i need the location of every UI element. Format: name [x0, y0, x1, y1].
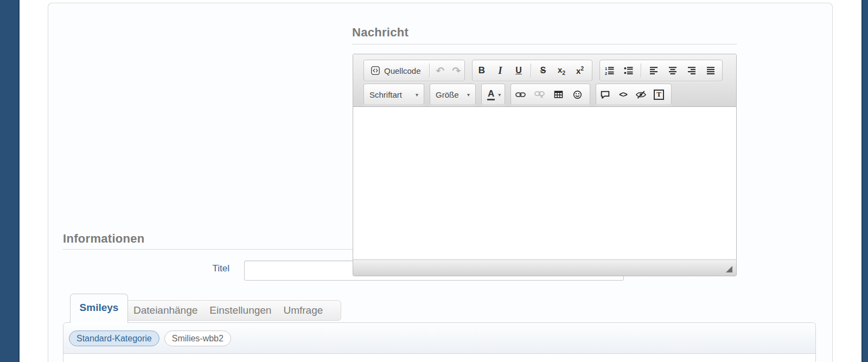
smileys-tab-panel: Standard-Kategorie Smilies-wbb2	[63, 322, 816, 362]
underline-icon: U	[515, 66, 522, 75]
justify-button[interactable]	[701, 60, 720, 81]
tt-icon: T	[654, 90, 664, 100]
unordered-list-icon	[624, 66, 633, 75]
main-panel: Nachricht Informationen Titel	[48, 3, 833, 362]
unlink-icon	[534, 91, 545, 98]
bold-button[interactable]: B	[473, 60, 491, 81]
unordered-list-button[interactable]	[619, 60, 638, 81]
italic-button[interactable]: I	[491, 60, 509, 81]
italic-icon: I	[498, 65, 502, 77]
table-button[interactable]	[549, 84, 568, 105]
code-button[interactable]: <>	[614, 84, 632, 105]
message-editor: Quellcode ↶ ↷ B	[353, 54, 737, 276]
spoiler-button[interactable]	[632, 84, 650, 105]
message-heading-divider	[352, 44, 737, 45]
smiley-button[interactable]	[568, 84, 587, 105]
toolbar-separator	[531, 63, 531, 78]
source-code-label: Quellcode	[384, 66, 421, 75]
source-code-button[interactable]: Quellcode	[364, 60, 426, 81]
tab-umfrage[interactable]: Umfrage	[283, 304, 323, 316]
toolbar-group-bbcode: <> T	[596, 84, 672, 105]
text-color-icon: A	[487, 89, 495, 100]
chevron-down-icon: ▾	[498, 92, 501, 98]
ordered-list-icon: 1 2	[605, 66, 614, 75]
tt-button[interactable]: T	[650, 84, 668, 105]
align-center-icon	[668, 66, 677, 75]
justify-icon	[706, 66, 715, 75]
chevron-down-icon: ▾	[467, 92, 470, 98]
toolbar-group-basicstyles: B I U S x2	[472, 60, 592, 81]
tab-dateianhaenge[interactable]: Dateianhänge	[133, 304, 197, 316]
link-icon	[515, 91, 526, 98]
quote-bubble-icon	[600, 90, 610, 99]
subscript-icon: x2	[558, 65, 565, 76]
left-blue-bar	[0, 0, 20, 362]
align-right-icon	[687, 66, 696, 75]
toolbar-separator	[641, 63, 641, 78]
link-button[interactable]	[511, 84, 530, 105]
toolbar-separator	[429, 63, 430, 78]
screen: Nachricht Informationen Titel	[0, 0, 868, 362]
text-color-button[interactable]: A ▾	[481, 84, 505, 105]
message-section-heading: Nachricht	[352, 26, 409, 40]
superscript-icon: x2	[576, 66, 584, 75]
redo-button[interactable]: ↷	[448, 60, 464, 81]
table-icon	[554, 90, 563, 99]
editor-bottom-bar	[353, 259, 736, 276]
code-icon: <>	[619, 90, 627, 99]
font-family-dropdown[interactable]: Schriftart ▾	[363, 84, 424, 105]
ordered-list-button[interactable]: 1 2	[600, 60, 619, 81]
smiley-category-wbb2[interactable]: Smilies-wbb2	[164, 331, 231, 346]
chevron-down-icon: ▾	[416, 92, 418, 98]
redo-icon: ↷	[452, 65, 461, 77]
smiley-list-area	[63, 354, 815, 362]
underline-button[interactable]: U	[509, 60, 528, 81]
tab-einstellungen[interactable]: Einstellungen	[209, 304, 271, 316]
smiley-category-bar: Standard-Kategorie Smilies-wbb2	[63, 323, 815, 354]
align-left-icon	[649, 66, 658, 75]
undo-icon: ↶	[436, 65, 444, 77]
editor-content-area[interactable]	[353, 107, 736, 259]
smiley-icon	[573, 90, 582, 99]
hidden-eye-icon	[635, 91, 647, 99]
tab-smileys[interactable]: Smileys	[70, 294, 128, 323]
quote-button[interactable]	[596, 84, 614, 105]
strikethrough-icon: S	[540, 66, 546, 75]
svg-text:2: 2	[605, 71, 607, 75]
font-size-label: Größe	[436, 90, 459, 99]
unlink-button[interactable]	[530, 84, 549, 105]
subscript-button[interactable]: x2	[552, 60, 571, 81]
toolbar-group-paragraph: 1 2	[599, 60, 723, 81]
info-section-heading: Informationen	[63, 232, 145, 246]
titel-label: Titel	[163, 263, 229, 274]
strikethrough-button[interactable]: S	[534, 60, 552, 81]
undo-button[interactable]: ↶	[432, 60, 449, 81]
toolbar-group-links	[510, 84, 590, 105]
toolbar-group-source: Quellcode ↶ ↷	[363, 60, 465, 81]
bold-icon: B	[478, 65, 485, 76]
resize-handle-icon[interactable]	[726, 266, 732, 272]
superscript-button[interactable]: x2	[571, 60, 589, 81]
align-left-button[interactable]	[644, 60, 663, 81]
align-center-button[interactable]	[663, 60, 682, 81]
align-right-button[interactable]	[682, 60, 701, 81]
editor-toolbar: Quellcode ↶ ↷ B	[353, 54, 736, 107]
source-code-icon	[371, 66, 380, 75]
right-blue-bar	[861, 0, 868, 362]
font-family-label: Schriftart	[369, 90, 402, 99]
info-heading-divider	[63, 249, 353, 250]
font-size-dropdown[interactable]: Größe ▾	[430, 84, 476, 105]
smiley-category-standard[interactable]: Standard-Kategorie	[69, 331, 159, 346]
